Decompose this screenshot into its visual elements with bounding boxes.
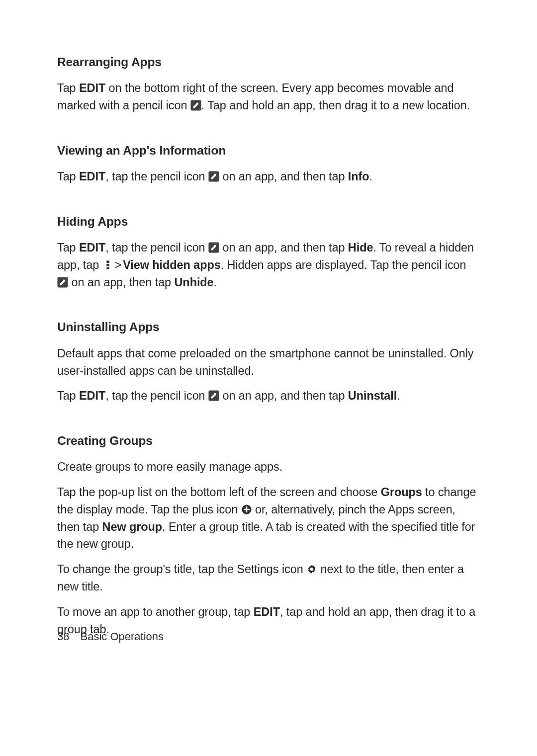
manual-page: Rearranging Apps Tap EDIT on the bottom … [0, 0, 537, 756]
text: . [369, 170, 372, 183]
page-number: 38 [57, 630, 69, 643]
text: Tap the pop-up list on the bottom left o… [57, 486, 381, 499]
chapter-title: Basic Operations [80, 630, 164, 643]
section-rearranging-apps: Rearranging Apps Tap EDIT on the bottom … [57, 54, 478, 114]
text: Tap [57, 389, 79, 402]
label-edit: EDIT [79, 241, 105, 254]
paragraph: Tap EDIT on the bottom right of the scre… [57, 80, 478, 114]
paragraph: Tap EDIT, tap the pencil icon on an app,… [57, 239, 478, 291]
text: on an app, then tap [68, 276, 175, 289]
breadcrumb-separator: > [113, 258, 123, 271]
more-icon [102, 259, 113, 270]
text: . [214, 276, 217, 289]
label-unhide: Unhide [175, 276, 214, 289]
paragraph: Tap the pop-up list on the bottom left o… [57, 484, 478, 553]
label-groups: Groups [381, 486, 422, 499]
pencil-icon [208, 171, 219, 182]
section-uninstalling-apps: Uninstalling Apps Default apps that come… [57, 319, 478, 405]
heading-viewing-app-info: Viewing an App's Information [57, 142, 478, 159]
text: , tap the pencil icon [105, 241, 208, 254]
paragraph: Tap EDIT, tap the pencil icon on an app,… [57, 168, 478, 185]
pencil-icon [190, 100, 201, 111]
page-footer: 38Basic Operations [57, 630, 164, 643]
text: . Tap and hold an app, then drag it to a… [201, 99, 470, 112]
section-viewing-app-info: Viewing an App's Information Tap EDIT, t… [57, 142, 478, 185]
label-edit: EDIT [79, 389, 105, 402]
text: on an app, and then tap [219, 241, 348, 254]
pencil-icon [208, 242, 219, 253]
label-edit: EDIT [254, 605, 280, 618]
label-edit: EDIT [79, 170, 105, 183]
heading-creating-groups: Creating Groups [57, 432, 478, 449]
pencil-icon [57, 277, 68, 288]
text: , tap the pencil icon [105, 170, 208, 183]
pencil-icon [208, 390, 219, 401]
paragraph: Default apps that come preloaded on the … [57, 345, 478, 380]
label-uninstall: Uninstall [348, 389, 397, 402]
heading-uninstalling-apps: Uninstalling Apps [57, 319, 478, 336]
text: Tap [57, 241, 79, 254]
paragraph: Create groups to more easily manage apps… [57, 458, 478, 476]
plus-icon [241, 504, 252, 515]
label-view-hidden-apps: View hidden apps [123, 258, 220, 271]
paragraph: To change the group's title, tap the Set… [57, 561, 478, 595]
text: To move an app to another group, tap [57, 605, 254, 618]
section-hiding-apps: Hiding Apps Tap EDIT, tap the pencil ico… [57, 213, 478, 291]
heading-rearranging-apps: Rearranging Apps [57, 54, 478, 71]
label-edit: EDIT [79, 82, 105, 94]
text: . [397, 389, 400, 402]
text: on an app, and then tap [219, 389, 348, 402]
section-creating-groups: Creating Groups Create groups to more ea… [57, 432, 478, 638]
text: To change the group's title, tap the Set… [57, 563, 306, 576]
text: . Hidden apps are displayed. Tap the pen… [221, 258, 466, 271]
text: Tap [57, 82, 79, 94]
paragraph: Tap EDIT, tap the pencil icon on an app,… [57, 387, 478, 405]
label-hide: Hide [348, 241, 373, 254]
text: Tap [57, 170, 79, 183]
label-new-group: New group [102, 520, 163, 533]
text: , tap the pencil icon [105, 389, 208, 402]
heading-hiding-apps: Hiding Apps [57, 213, 478, 230]
text: on an app, and then tap [219, 170, 348, 183]
gear-icon [306, 564, 317, 575]
label-info: Info [348, 170, 369, 183]
